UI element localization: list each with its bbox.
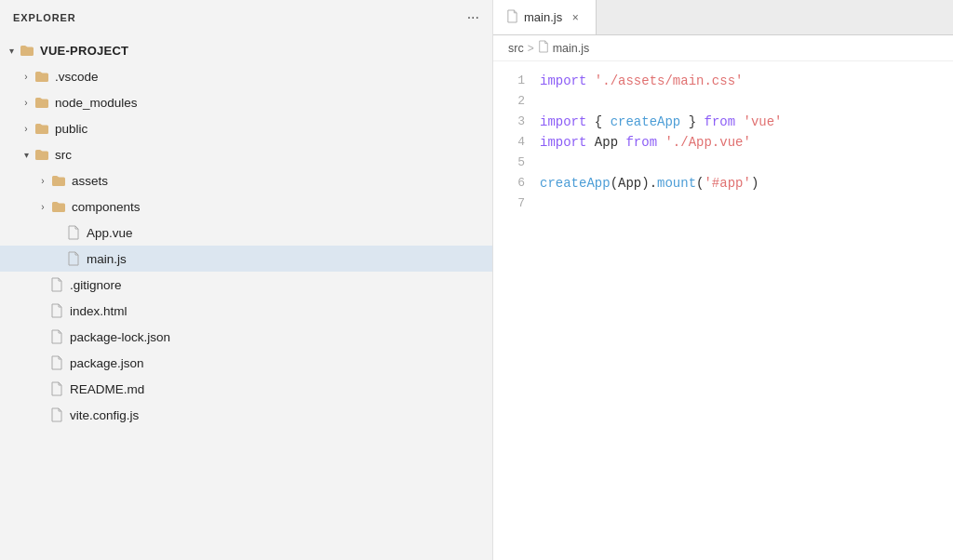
tree-root-label: VUE-PROJECT	[40, 44, 492, 58]
tree-item-label: vite.config.js	[70, 408, 492, 422]
editor-panel: main.js × src > main.js 1 2 3 4 5 6 7 im…	[493, 0, 953, 560]
tree-item-gitignore[interactable]: › .gitignore	[0, 272, 492, 298]
tab-main-js[interactable]: main.js ×	[493, 0, 597, 34]
tree-item-src[interactable]: ▾ src	[0, 141, 492, 167]
chevron-right-icon: ›	[35, 199, 50, 214]
code-line-2	[540, 91, 934, 112]
folder-icon	[34, 94, 50, 111]
tree-item-label: package-lock.json	[70, 330, 492, 344]
code-editor[interactable]: 1 2 3 4 5 6 7 import './assets/main.css'…	[493, 61, 953, 560]
line-numbers: 1 2 3 4 5 6 7	[493, 71, 540, 551]
tree-item-public[interactable]: › public	[0, 115, 492, 141]
file-icon	[48, 328, 65, 345]
tree-item-main-js[interactable]: › main.js	[0, 246, 492, 272]
tree-item-label: package.json	[70, 356, 492, 370]
tree-item-label: .gitignore	[70, 278, 492, 292]
folder-icon	[19, 42, 35, 59]
file-icon	[48, 354, 65, 371]
code-line-7	[540, 193, 934, 214]
breadcrumb: src > main.js	[493, 35, 953, 61]
file-icon	[65, 224, 82, 241]
tree-item-label: main.js	[87, 252, 492, 266]
folder-icon	[34, 120, 50, 137]
file-icon	[48, 380, 65, 397]
code-line-1: import './assets/main.css'	[540, 71, 934, 91]
tree-item-label: App.vue	[87, 226, 492, 240]
tree-item-label: src	[55, 148, 492, 162]
tree-item-label: README.md	[70, 382, 492, 396]
file-icon	[48, 407, 65, 423]
file-icon	[506, 9, 518, 26]
tree-item-readme[interactable]: › README.md	[0, 376, 492, 402]
chevron-right-icon: ›	[19, 121, 34, 136]
code-content: import './assets/main.css' import { crea…	[540, 71, 953, 551]
tab-filename: main.js	[524, 10, 562, 24]
tab-bar: main.js ×	[493, 0, 953, 35]
breadcrumb-file: main.js	[553, 42, 590, 55]
file-icon	[48, 302, 65, 319]
tree-item-label: components	[72, 200, 492, 214]
chevron-right-icon: ›	[35, 173, 50, 188]
folder-icon	[50, 198, 67, 215]
tree-item-label: index.html	[70, 304, 492, 318]
code-line-5	[540, 153, 934, 173]
tree-item-app-vue[interactable]: › App.vue	[0, 220, 492, 246]
tree-item-node-modules[interactable]: › node_modules	[0, 89, 492, 115]
tree-item-package-json[interactable]: › package.json	[0, 350, 492, 376]
sidebar: EXPLORER ··· ▾ VUE-PROJECT › .vscode ›	[0, 0, 493, 560]
explorer-title: EXPLORER	[13, 12, 76, 23]
tree-item-label: node_modules	[55, 96, 492, 110]
folder-icon	[34, 68, 50, 85]
file-icon	[538, 40, 549, 56]
folder-icon	[50, 172, 67, 189]
tree-root-vue-project[interactable]: ▾ VUE-PROJECT	[0, 37, 492, 63]
code-line-4: import App from './App.vue'	[540, 132, 934, 153]
code-line-3: import { createApp } from 'vue'	[540, 112, 934, 132]
tree-item-vite-config[interactable]: › vite.config.js	[0, 402, 492, 428]
file-icon	[48, 276, 65, 293]
tree-item-vscode[interactable]: › .vscode	[0, 63, 492, 89]
file-icon	[65, 250, 82, 267]
sidebar-header: EXPLORER ···	[0, 0, 492, 35]
tree-item-label: public	[55, 122, 492, 136]
chevron-down-icon: ▾	[19, 147, 34, 162]
chevron-down-icon: ▾	[4, 43, 19, 58]
breadcrumb-src: src	[508, 42, 524, 55]
breadcrumb-separator: >	[528, 42, 534, 55]
code-line-6: createApp(App).mount('#app')	[540, 173, 934, 193]
chevron-right-icon: ›	[19, 69, 34, 84]
tree-item-label: .vscode	[55, 70, 492, 84]
tree-item-index-html[interactable]: › index.html	[0, 298, 492, 324]
tab-close-button[interactable]: ×	[568, 10, 583, 25]
explorer-more-button[interactable]: ···	[467, 9, 479, 26]
tree-item-components[interactable]: › components	[0, 193, 492, 220]
tree-item-package-lock[interactable]: › package-lock.json	[0, 324, 492, 350]
chevron-right-icon: ›	[19, 95, 34, 110]
tree-item-assets[interactable]: › assets	[0, 167, 492, 193]
file-tree: ▾ VUE-PROJECT › .vscode › node_modules	[0, 35, 492, 560]
folder-icon	[34, 146, 50, 163]
tree-item-label: assets	[72, 174, 492, 188]
